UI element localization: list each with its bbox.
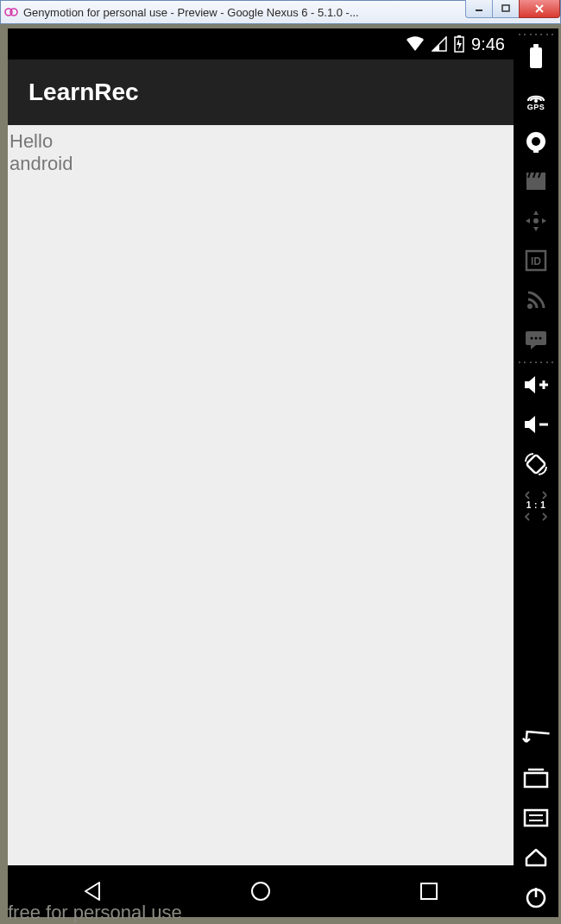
clapperboard-tool[interactable] xyxy=(517,164,555,198)
svg-rect-16 xyxy=(526,178,545,190)
window-controls xyxy=(466,0,560,18)
status-time: 9:46 xyxy=(471,35,505,54)
app-content: Hello android xyxy=(8,125,514,865)
network-tool[interactable] xyxy=(517,283,555,317)
footer-text: free for personal use xyxy=(8,902,182,924)
sidebar-separator xyxy=(517,32,555,37)
svg-point-14 xyxy=(532,137,540,146)
svg-rect-9 xyxy=(421,883,437,899)
camera-tool[interactable] xyxy=(517,124,555,159)
svg-point-25 xyxy=(531,337,533,340)
minimize-button[interactable] xyxy=(465,0,493,18)
svg-rect-34 xyxy=(525,810,547,826)
sidebar-menu-button[interactable] xyxy=(517,801,555,835)
rotate-tool[interactable] xyxy=(517,447,555,481)
app-title: LearnRec xyxy=(28,79,139,106)
volume-down-tool[interactable] xyxy=(517,407,555,442)
sidebar-home-button[interactable] xyxy=(517,840,555,875)
svg-rect-7 xyxy=(457,35,461,37)
dpad-tool[interactable] xyxy=(517,204,555,238)
sidebar-recents-button[interactable] xyxy=(517,761,555,795)
svg-point-8 xyxy=(252,883,269,900)
svg-point-1 xyxy=(10,9,17,16)
svg-rect-3 xyxy=(502,5,509,11)
recents-button[interactable] xyxy=(377,871,481,911)
svg-point-23 xyxy=(527,304,533,309)
device-panel: 9:46 LearnRec Hello android xyxy=(8,28,514,917)
zoom-tool[interactable]: 1 : 1 xyxy=(517,487,555,525)
app-action-bar: LearnRec xyxy=(8,60,514,125)
content-line-2: android xyxy=(9,153,512,175)
close-button[interactable] xyxy=(519,0,560,18)
sidebar-separator xyxy=(517,360,555,365)
content-line-1: Hello xyxy=(9,130,512,153)
sidebar-back-button[interactable] xyxy=(517,721,555,756)
sms-tool[interactable] xyxy=(517,323,555,357)
wifi-icon xyxy=(406,36,425,52)
android-status-bar: 9:46 xyxy=(8,28,514,60)
power-button[interactable] xyxy=(517,880,555,915)
svg-point-26 xyxy=(535,337,538,340)
svg-rect-32 xyxy=(525,773,547,787)
gps-label: GPS xyxy=(527,103,545,111)
svg-rect-31 xyxy=(526,455,546,475)
window-titlebar: Genymotion for personal use - Preview - … xyxy=(0,0,561,24)
svg-text:ID: ID xyxy=(531,255,541,267)
genymotion-icon xyxy=(4,5,18,19)
footer-watermark: free for personal use xyxy=(8,900,182,924)
gps-tool[interactable]: GPS xyxy=(517,79,555,119)
device-screen: 9:46 LearnRec Hello android xyxy=(8,28,514,917)
id-tool[interactable]: ID xyxy=(517,243,555,278)
maximize-button[interactable] xyxy=(492,0,520,18)
home-button[interactable] xyxy=(209,871,312,911)
battery-tool[interactable] xyxy=(517,40,555,74)
battery-charging-icon xyxy=(454,35,464,53)
svg-point-27 xyxy=(539,337,542,340)
emulator-sidebar: GPS ID 1 : 1 xyxy=(514,28,558,917)
svg-rect-15 xyxy=(533,149,539,153)
svg-rect-11 xyxy=(533,44,539,47)
signal-icon xyxy=(432,36,447,52)
emulator-body: 9:46 LearnRec Hello android xyxy=(0,24,561,924)
svg-point-20 xyxy=(533,218,539,223)
svg-rect-10 xyxy=(530,47,542,68)
volume-up-tool[interactable] xyxy=(517,368,555,402)
